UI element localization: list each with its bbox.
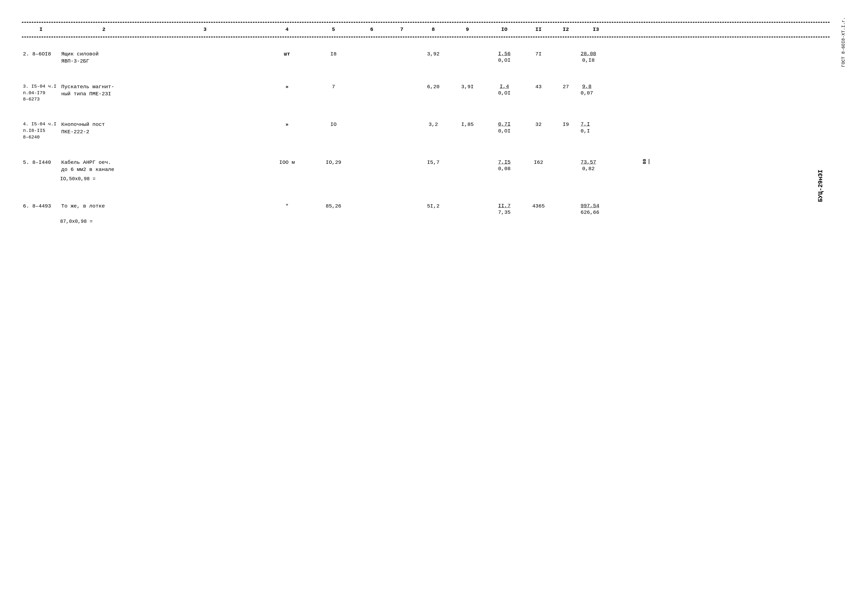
row2-col5: 7 <box>312 83 355 91</box>
row5-col10: II,7 7,35 <box>484 202 525 216</box>
row5-col13: 997,54 626,66 <box>580 202 634 216</box>
table-wrapper: I 2 3 4 5 6 7 8 9 IO II I2 I3 ГОСТ 8-6OI… <box>22 22 830 229</box>
row2-col4: » <box>262 83 312 91</box>
row2-col11: 43 <box>525 83 552 91</box>
row2-col9: 3,9I <box>451 83 484 91</box>
header-col-11: II <box>525 26 552 33</box>
side-text-bottom: БУЦ-29нЭI <box>817 170 824 202</box>
row3-col5: IO <box>312 121 355 128</box>
row3-col9: I,85 <box>451 121 484 128</box>
row5-col5: 85,26 <box>312 202 355 210</box>
row4-col2: Кабель АНРГ оеч. до 6 мм2 в канале <box>60 159 148 173</box>
row3-col2: Кнопочный пост ПКЕ-222-2 <box>60 121 148 135</box>
row1-col13: 28,08 0,I8 <box>580 50 634 64</box>
header-col-10: IO <box>484 26 525 33</box>
row3-col13: 7,I 0,I <box>580 121 634 134</box>
row4-col11: I62 <box>525 159 552 166</box>
row5-sub: 87,0х0,98 = <box>22 219 830 224</box>
header-col-13: I3 <box>580 26 612 33</box>
row5-col1: 6. 8–4493 <box>22 202 60 210</box>
row4-col13: 73,57 0,82 80 <box>580 159 634 172</box>
row5-col8: 5I,2 <box>415 202 451 210</box>
page-container: I 2 3 4 5 6 7 8 9 IO II I2 I3 ГОСТ 8-6OI… <box>0 0 846 616</box>
row5-col2: То же, в лотке <box>60 202 148 210</box>
row3-col4: » <box>262 121 312 128</box>
row3-col12: I9 <box>552 121 580 128</box>
row1-col5: I8 <box>312 50 355 58</box>
header-col-5: 5 <box>312 26 355 33</box>
row5-col11: 4365 <box>525 202 552 210</box>
row4-col10: 7,I5 0,08 <box>484 159 525 172</box>
header-col-1: I <box>22 26 60 33</box>
row1-col1: 2. 8–6OI8 <box>22 50 60 58</box>
row1-col11: 7I <box>525 50 552 58</box>
header-col-12: I2 <box>552 26 580 33</box>
row4-col5: IO,29 <box>312 159 355 166</box>
row2-col10: I,4 0,OI <box>484 83 525 97</box>
row1-col2: Ящик силовой ЯВП-3-2БГ <box>60 50 148 65</box>
row2-col13: 9,8 0,07 <box>580 83 634 97</box>
data-row-3: 4. I5-04 ч.I п.I8-II5 8–6240 Кнопочный п… <box>22 116 830 145</box>
row3-col10: 0,7I 0,OI <box>484 121 525 134</box>
header-row: I 2 3 4 5 6 7 8 9 IO II I2 I3 ГОСТ 8-6OI… <box>22 22 830 37</box>
row1-col4: шт <box>262 50 312 58</box>
row2-col1: 3. I5-04 ч.I п.04-I79 8–6273 <box>22 83 60 103</box>
row3-col1: 4. I5-04 ч.I п.I8-II5 8–6240 <box>22 121 60 140</box>
data-row-4: 5. 8–I440 Кабель АНРГ оеч. до 6 мм2 в ка… <box>22 154 830 187</box>
row3-col8: 3,2 <box>415 121 451 128</box>
row3-col11: 32 <box>525 121 552 128</box>
header-col-3: 3 <box>148 26 262 33</box>
data-row-5: 6. 8–4493 То же, в лотке " 85,26 5I,2 II… <box>22 198 830 229</box>
header-col-8: 8 <box>415 26 451 33</box>
row2-col8: 6,20 <box>415 83 451 91</box>
row4-col4: IOO м <box>262 159 312 166</box>
row4-col1: 5. 8–I440 <box>22 159 60 166</box>
side-text-top: ГОСТ 8-6OI8-XT.I.г. <box>841 17 846 67</box>
row2-col12: 27 <box>552 83 580 91</box>
row4-col8: I5,7 <box>415 159 451 166</box>
header-col-9: 9 <box>451 26 484 33</box>
row1-col8: 3,92 <box>415 50 451 58</box>
header-col-7: 7 <box>388 26 415 33</box>
data-row-2: 3. I5-04 ч.I п.04-I79 8–6273 Пускатель м… <box>22 78 830 108</box>
row4-sub: IO,50х0,98 = <box>22 176 830 182</box>
row1-col10: I,56 0,OI <box>484 50 525 64</box>
data-row-1: 2. 8–6OI8 Ящик силовой ЯВП-3-2БГ шт I8 3… <box>22 45 830 70</box>
header-col-4: 4 <box>262 26 312 33</box>
header-col-2: 2 <box>60 26 148 33</box>
header-col-6: 6 <box>355 26 388 33</box>
row5-col4: " <box>262 202 312 210</box>
row2-col2: Пускатель магнит- ный типа ПМЕ-23I <box>60 83 148 98</box>
